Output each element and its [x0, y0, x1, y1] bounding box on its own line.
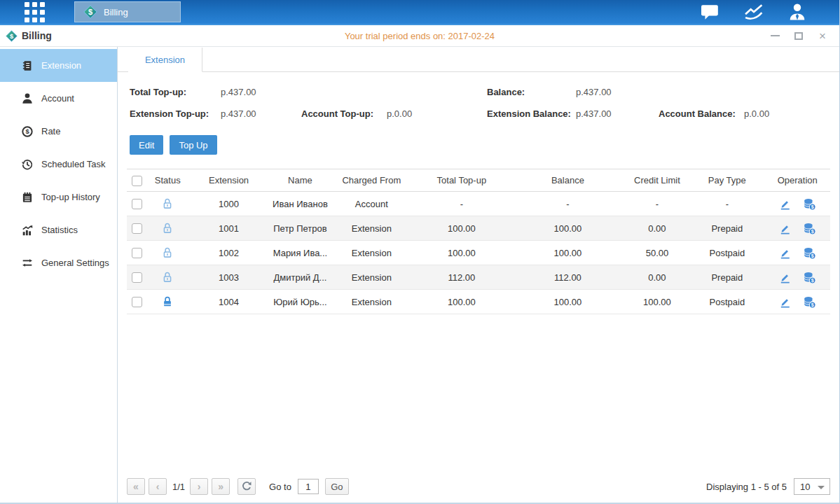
extensions-table-wrap: Status Extension Name Charged From Total…: [127, 169, 830, 314]
rate-icon: $: [21, 125, 34, 138]
account-balance-label: Account Balance:: [659, 108, 744, 119]
tab-extension[interactable]: Extension: [128, 48, 202, 72]
go-button[interactable]: Go: [325, 478, 349, 495]
sidebar-item-account[interactable]: Account: [0, 82, 117, 115]
billing-diamond-icon: $: [6, 30, 18, 42]
messages-icon[interactable]: [700, 3, 721, 21]
svg-text:$: $: [10, 32, 14, 39]
statistics-icon: [21, 224, 34, 237]
col-operation: Operation: [765, 169, 830, 192]
topup-icon[interactable]: $: [803, 222, 816, 235]
svg-text:$: $: [88, 8, 92, 16]
locked-lock-icon: [161, 295, 174, 308]
apps-grid-icon[interactable]: [25, 2, 45, 22]
sidebar-item-scheduled-task[interactable]: Scheduled Task: [0, 148, 117, 181]
topup-icon[interactable]: $: [803, 295, 816, 309]
extension-topup-label: Extension Top-up:: [130, 108, 221, 119]
sidebar-item-label: Extension: [41, 60, 81, 71]
col-balance: Balance: [511, 169, 625, 192]
cell-name: Юрий Юрь...: [270, 290, 331, 314]
reports-icon[interactable]: [743, 3, 764, 21]
minimize-icon: [771, 35, 780, 36]
col-status: Status: [147, 169, 188, 192]
edit-icon[interactable]: [778, 295, 792, 309]
edit-icon[interactable]: [778, 222, 792, 235]
maximize-button[interactable]: [790, 29, 807, 43]
balance-value: p.437.00: [576, 87, 612, 97]
edit-button[interactable]: Edit: [130, 135, 163, 155]
first-page-button[interactable]: «: [127, 478, 145, 495]
window-controls: ×: [759, 29, 831, 43]
topup-icon[interactable]: $: [803, 197, 816, 211]
row-checkbox[interactable]: [132, 297, 142, 307]
next-page-button[interactable]: ›: [190, 478, 208, 495]
account-topup-label: Account Top-up:: [301, 108, 387, 119]
total-topup-label: Total Top-up:: [130, 87, 221, 97]
account-balance-value: p.0.00: [744, 108, 769, 119]
maximize-icon: [794, 32, 803, 40]
taskbar-right: [677, 3, 839, 21]
topup-icon[interactable]: $: [803, 246, 816, 260]
edit-icon[interactable]: [778, 246, 792, 260]
cell-charged-from: Account: [331, 192, 412, 216]
total-topup-value: p.437.00: [221, 87, 256, 97]
taskbar-app-tab-label: Billing: [104, 7, 128, 18]
svg-text:$: $: [811, 204, 814, 210]
general-settings-icon: [21, 257, 34, 270]
minimize-button[interactable]: [766, 29, 783, 43]
goto-label: Go to: [269, 482, 291, 492]
edit-icon[interactable]: [778, 197, 792, 211]
billing-diamond-icon: $: [83, 5, 97, 19]
cell-name: Мария Ива...: [270, 241, 331, 265]
refresh-button[interactable]: [237, 478, 256, 495]
unlocked-lock-icon: [161, 197, 174, 210]
balance-label: Balance:: [487, 87, 576, 97]
top-up-button[interactable]: Top Up: [170, 135, 216, 155]
topup-icon[interactable]: $: [803, 271, 816, 284]
row-checkbox[interactable]: [132, 272, 142, 283]
svg-text:$: $: [811, 302, 814, 308]
cell-charged-from: Extension: [331, 290, 412, 314]
last-page-button[interactable]: »: [212, 478, 230, 495]
svg-text:$: $: [811, 253, 814, 259]
prev-page-button[interactable]: ‹: [149, 478, 167, 495]
edit-icon[interactable]: [778, 271, 792, 284]
sidebar-item-label: Scheduled Task: [41, 159, 106, 169]
close-icon: ×: [819, 30, 826, 42]
cell-total-topup: 100.00: [413, 290, 511, 314]
taskbar-app-tab-billing[interactable]: $ Billing: [74, 1, 181, 22]
extension-topup-value: p.437.00: [221, 108, 301, 119]
toolbar: Edit Top Up: [118, 125, 839, 155]
extension-balance-value: p.437.00: [576, 108, 659, 119]
table-header-row: Status Extension Name Charged From Total…: [127, 169, 830, 192]
cell-extension: 1004: [188, 290, 269, 314]
goto-page-input[interactable]: [298, 479, 319, 494]
col-charged-from: Charged From: [331, 169, 412, 192]
user-icon[interactable]: [787, 3, 808, 21]
sidebar-item-label: Account: [41, 93, 74, 104]
table-row: 1000Иван ИвановAccount----$: [127, 192, 830, 216]
cell-name: Дмитрий Д...: [270, 265, 331, 290]
close-button[interactable]: ×: [814, 29, 831, 43]
sidebar-item-topup-history[interactable]: Top-up History: [0, 181, 117, 214]
select-all-checkbox[interactable]: [132, 176, 142, 186]
topup-history-icon: [21, 191, 34, 204]
page-size-select[interactable]: 10: [794, 478, 830, 495]
row-checkbox[interactable]: [132, 223, 142, 234]
row-checkbox[interactable]: [132, 248, 142, 258]
cell-balance: 100.00: [511, 290, 625, 314]
table-row: 1002Мария Ива...Extension100.00100.0050.…: [127, 241, 830, 265]
cell-total-topup: 100.00: [413, 241, 511, 265]
tab-bar: Extension: [118, 47, 839, 72]
sidebar-item-statistics[interactable]: Statistics: [0, 214, 117, 246]
svg-text:$: $: [25, 127, 29, 135]
svg-text:$: $: [811, 278, 814, 284]
table-row: 1003Дмитрий Д...Extension112.00112.000.0…: [127, 265, 830, 290]
cell-extension: 1000: [188, 192, 269, 216]
col-pay-type: Pay Type: [689, 169, 764, 192]
sidebar-item-general-settings[interactable]: General Settings: [0, 246, 117, 279]
sidebar-item-rate[interactable]: $Rate: [0, 115, 117, 148]
sidebar-item-extension[interactable]: Extension: [0, 49, 117, 82]
row-checkbox[interactable]: [132, 199, 142, 209]
unlocked-lock-icon: [161, 271, 174, 284]
